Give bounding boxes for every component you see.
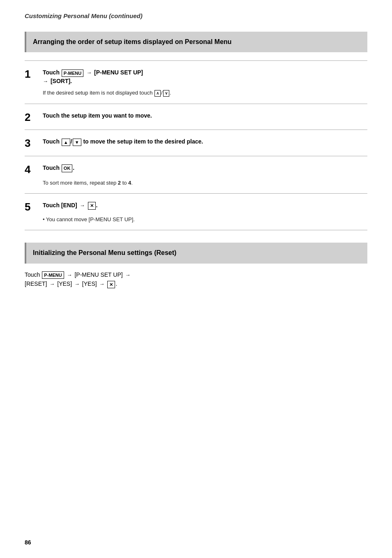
steps-container: 1 Touch P-MENU → [P-MENU SET UP] → [SORT…: [25, 60, 367, 230]
step-2: 2 Touch the setup item you want to move.: [25, 104, 367, 130]
step-3-content: Touch ▲/▼ to move the setup item to the …: [43, 137, 367, 146]
step-1-number: 1: [25, 68, 39, 80]
step-4-content: Touch OK.: [43, 164, 367, 172]
down-btn-3: ▼: [73, 139, 81, 146]
step-1-note: If the desired setup item is not display…: [43, 89, 367, 97]
ok-btn: OK: [62, 164, 73, 172]
section2: Initializing the Personal Menu settings …: [25, 243, 367, 289]
page-number: 86: [25, 539, 31, 546]
pmenu-btn-2: P-MENU: [42, 271, 64, 279]
step-3-number: 3: [25, 137, 39, 149]
up-btn-3: ▲: [62, 139, 70, 146]
step-5-number: 5: [25, 201, 39, 213]
step-2-content: Touch the setup item you want to move.: [43, 111, 367, 120]
section2-body: Touch P-MENU → [P-MENU SET UP] → [RESET]…: [25, 270, 367, 289]
step-2-number: 2: [25, 111, 39, 123]
section1-heading: Arranging the order of setup items displ…: [25, 32, 367, 52]
page-header: Customizing Personal Menu (continued): [25, 12, 367, 19]
step-5-bullet: You cannot move [P-MENU SET UP].: [43, 215, 367, 224]
step-4: 4 Touch OK. To sort more items, repeat s…: [25, 156, 367, 194]
step-4-number: 4: [25, 164, 39, 176]
step-5: 5 Touch [END] → ✕. You cannot move [P-ME…: [25, 194, 367, 230]
up-btn-1: ∧: [154, 90, 161, 97]
step-4-note: To sort more items, repeat step 2 to 4.: [43, 179, 367, 187]
step-1-content: Touch P-MENU → [P-MENU SET UP] → [SORT].: [43, 68, 367, 86]
x-btn-5: ✕: [88, 202, 96, 209]
step-5-content: Touch [END] → ✕.: [43, 201, 367, 210]
step-1: 1 Touch P-MENU → [P-MENU SET UP] → [SORT…: [25, 61, 367, 104]
section2-heading: Initializing the Personal Menu settings …: [25, 243, 367, 263]
x-btn-2: ✕: [107, 281, 115, 288]
pmenu-btn-1: P-MENU: [62, 69, 83, 77]
down-btn-1: ∨: [163, 90, 169, 97]
step-3: 3 Touch ▲/▼ to move the setup item to th…: [25, 130, 367, 156]
